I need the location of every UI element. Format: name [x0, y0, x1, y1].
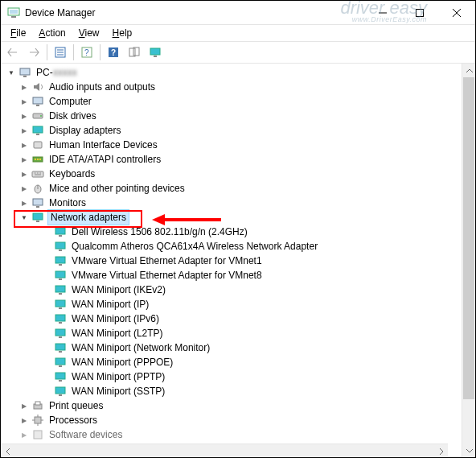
tree-item-label: Mice and other pointing devices [47, 181, 187, 196]
menu-action[interactable]: Action [32, 26, 72, 40]
nav-forward-button [24, 43, 43, 62]
expand-arrow-icon[interactable] [18, 138, 30, 153]
hid-icon [31, 138, 44, 151]
monitor-icon [31, 196, 44, 209]
tree-item-disk[interactable]: Disk drives [4, 109, 462, 123]
tree-item-hid[interactable]: Human Interface Devices [4, 138, 462, 152]
svg-rect-42 [59, 279, 62, 280]
tree-item-network-device[interactable]: WAN Miniport (PPPOE) [4, 355, 462, 369]
ide-icon [31, 153, 44, 166]
expand-arrow-icon[interactable] [18, 80, 30, 95]
svg-rect-38 [59, 250, 62, 251]
expand-arrow-icon[interactable] [18, 109, 30, 124]
svg-rect-53 [55, 358, 65, 365]
expand-arrow-icon[interactable] [18, 196, 30, 211]
tree-item-display[interactable]: Display adapters [4, 123, 462, 138]
expand-arrow-icon[interactable] [18, 152, 30, 167]
toolbar-detail-icon[interactable] [51, 43, 70, 62]
toolbar-scan-icon[interactable] [125, 43, 144, 62]
tree-item-network-adapters[interactable]: Network adapters [4, 210, 462, 225]
svg-text:?: ? [84, 48, 89, 57]
scrollbar-thumb[interactable] [463, 77, 474, 399]
expand-arrow-icon[interactable] [18, 398, 30, 414]
tree-item-label: WAN Miniport (Network Monitor) [70, 340, 211, 355]
printer-icon [31, 399, 44, 412]
tree-root[interactable]: PC-xxxxx [4, 65, 462, 80]
tree-item-label: Audio inputs and outputs [47, 80, 157, 94]
expand-arrow-icon[interactable] [18, 123, 30, 138]
svg-rect-45 [55, 300, 65, 307]
svg-rect-50 [59, 336, 62, 338]
toolbar-monitor-icon[interactable] [146, 43, 165, 62]
expand-arrow-icon[interactable] [18, 181, 30, 196]
vertical-scrollbar[interactable] [462, 64, 475, 457]
expand-arrow-icon[interactable] [6, 65, 17, 80]
network-icon [31, 211, 44, 224]
tree-item-network-device[interactable]: WAN Miniport (SSTP) [4, 384, 462, 398]
tree-item-monitors[interactable]: Monitors [4, 196, 462, 210]
tree-item-ide[interactable]: IDE ATA/ATAPI controllers [4, 152, 462, 167]
expand-arrow-icon[interactable] [18, 427, 30, 443]
scroll-down-button[interactable] [462, 444, 476, 457]
expand-arrow-icon[interactable] [18, 413, 30, 428]
tree-item-audio[interactable]: Audio inputs and outputs [4, 80, 462, 94]
network-adapter-icon [54, 298, 67, 311]
scroll-right-button[interactable] [434, 444, 448, 457]
menu-help[interactable]: Help [106, 26, 139, 40]
tree-item-network-device[interactable]: WAN Miniport (Network Monitor) [4, 340, 462, 355]
tree-item-label: WAN Miniport (IP) [70, 297, 150, 312]
toolbar-help-icon[interactable]: ? [77, 43, 96, 62]
scroll-left-button[interactable] [1, 444, 14, 457]
tree-item-label: WAN Miniport (PPTP) [70, 369, 166, 384]
network-adapter-icon [54, 327, 67, 340]
maximize-button[interactable] [401, 1, 438, 25]
content-area: PC-xxxxx Audio inputs and outputs Comput… [1, 64, 475, 457]
tree-item-network-device[interactable]: WAN Miniport (PPTP) [4, 369, 462, 384]
expand-arrow-icon[interactable] [18, 94, 30, 109]
svg-rect-57 [55, 387, 65, 394]
tree-item-network-device[interactable]: Dell Wireless 1506 802.11b/g/n (2.4GHz) [4, 225, 462, 239]
menu-file[interactable]: File [4, 26, 32, 40]
network-adapter-icon [54, 240, 67, 253]
tree-item-computer[interactable]: Computer [4, 94, 462, 109]
tree-item-network-device[interactable]: WAN Miniport (IPv6) [4, 312, 462, 326]
network-adapter-icon [54, 312, 67, 325]
svg-rect-30 [36, 206, 39, 208]
tree-item-mice[interactable]: Mice and other pointing devices [4, 181, 462, 196]
svg-rect-14 [23, 76, 27, 77]
expand-arrow-icon[interactable] [18, 167, 30, 182]
tree-item-label: WAN Miniport (L2TP) [70, 326, 165, 340]
toolbar-properties-icon[interactable]: ? [104, 43, 123, 62]
tree-item-network-device[interactable]: WAN Miniport (L2TP) [4, 326, 462, 340]
network-adapter-icon [54, 341, 67, 354]
expand-arrow-icon[interactable] [18, 210, 30, 225]
scroll-up-button[interactable] [462, 64, 476, 77]
svg-rect-36 [59, 235, 62, 237]
tree-item-label: Display adapters [47, 123, 122, 138]
tree-item-software-devices[interactable]: Software devices [4, 427, 462, 442]
tree-item-print-queues[interactable]: Print queues [4, 398, 462, 413]
tree-item-network-device[interactable]: WAN Miniport (IKEv2) [4, 283, 462, 297]
svg-text:?: ? [111, 48, 116, 57]
network-adapter-icon [54, 225, 67, 238]
svg-rect-32 [36, 221, 39, 222]
tree-item-keyboards[interactable]: Keyboards [4, 167, 462, 181]
horizontal-scrollbar[interactable] [1, 444, 448, 457]
tree-item-label: Dell Wireless 1506 802.11b/g/n (2.4GHz) [70, 225, 249, 239]
device-tree[interactable]: PC-xxxxx Audio inputs and outputs Comput… [1, 64, 462, 457]
svg-rect-47 [55, 315, 65, 321]
menu-view[interactable]: View [72, 26, 106, 40]
tree-item-network-device[interactable]: Qualcomm Atheros QCA61x4A Wireless Netwo… [4, 239, 462, 254]
tree-item-network-device[interactable]: VMware Virtual Ethernet Adapter for VMne… [4, 268, 462, 283]
svg-rect-46 [59, 307, 62, 309]
tree-root-label: PC-xxxxx [35, 65, 79, 80]
titlebar: Device Manager [1, 1, 475, 25]
minimize-button[interactable] [364, 1, 401, 25]
close-button[interactable] [438, 1, 475, 25]
network-adapter-icon [54, 356, 67, 369]
svg-rect-54 [59, 365, 62, 367]
network-adapter-icon [54, 283, 67, 296]
tree-item-processors[interactable]: Processors [4, 413, 462, 427]
tree-item-network-device[interactable]: WAN Miniport (IP) [4, 297, 462, 312]
tree-item-network-device[interactable]: VMware Virtual Ethernet Adapter for VMne… [4, 254, 462, 268]
